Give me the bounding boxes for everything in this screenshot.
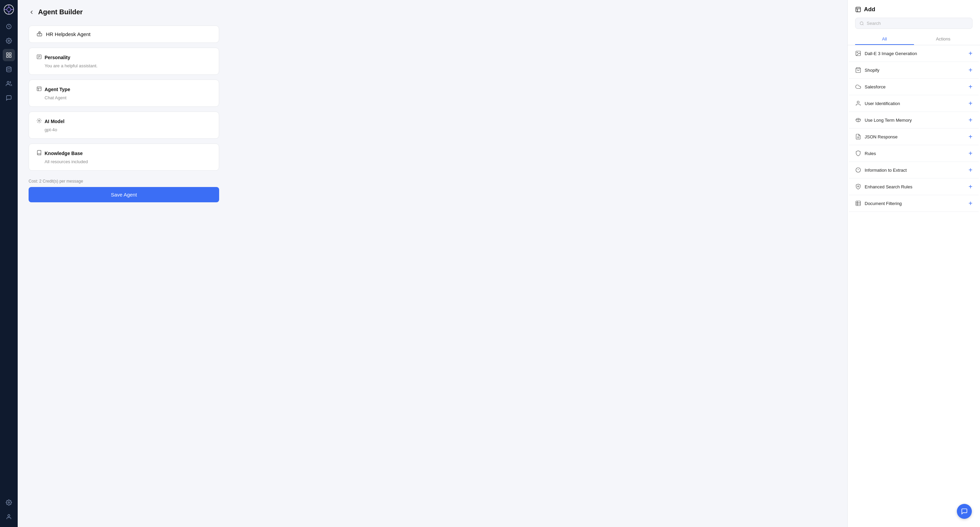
save-agent-button[interactable]: Save Agent — [29, 187, 219, 202]
user-id-label: User Identification — [865, 101, 900, 106]
sidebar — [0, 0, 18, 527]
salesforce-icon — [855, 84, 861, 90]
sidebar-bottom — [3, 497, 15, 523]
info-extract-label: Information to Extract — [865, 168, 907, 173]
knowledge-base-icon — [37, 150, 42, 156]
ai-model-icon — [37, 118, 42, 124]
cost-text: Cost: 2 Credit(s) per message — [29, 179, 219, 184]
list-item-doc-filtering[interactable]: Document Filtering + — [849, 195, 978, 212]
svg-point-7 — [8, 40, 10, 42]
search-box[interactable] — [855, 17, 972, 29]
json-label: JSON Response — [865, 134, 898, 140]
sidebar-item-home[interactable] — [3, 21, 15, 33]
list-item-dalle3[interactable]: Dall-E 3 Image Generation + — [849, 45, 978, 62]
ai-model-title: AI Model — [45, 119, 64, 124]
info-extract-icon — [855, 167, 861, 173]
personality-card[interactable]: Personality You are a helpful assistant. — [29, 48, 219, 75]
json-add-button[interactable]: + — [969, 133, 972, 140]
ai-model-value: gpt-4o — [37, 127, 211, 132]
svg-point-29 — [860, 22, 863, 25]
svg-rect-22 — [37, 87, 41, 91]
doc-filtering-label: Document Filtering — [865, 201, 902, 206]
page-title: Agent Builder — [38, 8, 83, 16]
list-item-rules[interactable]: Rules + — [849, 145, 978, 162]
card-header-agent-type: Agent Type — [37, 86, 211, 92]
svg-rect-9 — [10, 53, 11, 54]
rules-label: Rules — [865, 151, 876, 156]
tab-actions[interactable]: Actions — [914, 34, 973, 45]
enhanced-search-add-button[interactable]: + — [969, 183, 972, 190]
svg-rect-11 — [10, 56, 11, 57]
long-term-memory-add-button[interactable]: + — [969, 117, 972, 124]
agent-type-icon — [37, 86, 42, 92]
agent-name-text: HR Helpdesk Agent — [46, 31, 91, 37]
right-panel: Add All Actions — [847, 0, 980, 527]
agent-icon — [37, 30, 43, 38]
agent-type-card[interactable]: Agent Type Chat Agent — [29, 79, 219, 107]
list-item-enhanced-search[interactable]: Enhanced Search Rules + — [849, 178, 978, 195]
personality-value: You are a helpful assistant. — [37, 63, 211, 68]
sidebar-item-database[interactable] — [3, 63, 15, 76]
items-list: Dall-E 3 Image Generation + Shopify — [848, 45, 980, 527]
personality-title: Personality — [45, 55, 70, 60]
enhanced-search-label: Enhanced Search Rules — [865, 184, 912, 189]
chat-bubble-button[interactable] — [957, 504, 972, 519]
shopify-label: Shopify — [865, 68, 879, 73]
list-item-json-response[interactable]: JSON Response + — [849, 129, 978, 145]
svg-rect-26 — [856, 7, 861, 12]
list-item-user-identification[interactable]: User Identification + — [849, 95, 978, 112]
svg-rect-8 — [6, 53, 8, 54]
add-panel-title: Add — [855, 6, 972, 13]
salesforce-add-button[interactable]: + — [969, 83, 972, 90]
center-panel: Agent Builder HR Helpdesk Agent — [18, 0, 847, 527]
sidebar-item-settings[interactable] — [3, 35, 15, 47]
ai-model-card[interactable]: AI Model gpt-4o — [29, 111, 219, 139]
sidebar-item-grid[interactable] — [3, 49, 15, 61]
tabs-row: All Actions — [855, 34, 972, 45]
personality-icon — [37, 54, 42, 60]
knowledge-base-card[interactable]: Knowledge Base All resources included — [29, 143, 219, 171]
rules-icon — [855, 150, 861, 156]
svg-rect-41 — [856, 201, 861, 206]
list-item-long-term-memory[interactable]: Use Long Term Memory + — [849, 112, 978, 129]
svg-point-31 — [857, 52, 858, 53]
sidebar-item-gear[interactable] — [3, 497, 15, 509]
knowledge-base-value: All resources included — [37, 159, 211, 164]
dalle3-add-button[interactable]: + — [969, 50, 972, 57]
card-header-ai-model: AI Model — [37, 118, 211, 124]
salesforce-label: Salesforce — [865, 84, 885, 89]
agent-name-card[interactable]: HR Helpdesk Agent — [29, 25, 219, 43]
list-item-info-extract[interactable]: Information to Extract + — [849, 162, 978, 178]
back-button[interactable] — [29, 9, 35, 15]
long-term-memory-icon — [855, 117, 861, 123]
list-item-shopify[interactable]: Shopify + — [849, 62, 978, 79]
shopify-icon — [855, 67, 861, 73]
card-header-knowledge-base: Knowledge Base — [37, 150, 211, 156]
info-extract-add-button[interactable]: + — [969, 167, 972, 173]
user-id-add-button[interactable]: + — [969, 100, 972, 107]
svg-rect-10 — [6, 56, 8, 57]
svg-point-25 — [38, 120, 40, 121]
json-icon — [855, 133, 861, 140]
search-icon — [859, 21, 864, 26]
sidebar-item-messages[interactable] — [3, 92, 15, 104]
shopify-add-button[interactable]: + — [969, 67, 972, 73]
user-id-icon — [855, 100, 861, 106]
svg-point-15 — [8, 514, 10, 516]
footer-area: Cost: 2 Credit(s) per message Save Agent — [29, 179, 219, 202]
svg-point-17 — [39, 32, 40, 33]
app-logo[interactable] — [3, 4, 14, 15]
sidebar-item-users[interactable] — [3, 78, 15, 90]
page-header: Agent Builder — [29, 8, 837, 16]
main-content: Agent Builder HR Helpdesk Agent — [18, 0, 980, 527]
sidebar-item-user-profile[interactable] — [3, 511, 15, 523]
list-item-salesforce[interactable]: Salesforce + — [849, 79, 978, 95]
dalle3-label: Dall-E 3 Image Generation — [865, 51, 917, 56]
svg-point-13 — [7, 81, 9, 83]
right-panel-header: Add All Actions — [848, 0, 980, 45]
rules-add-button[interactable]: + — [969, 150, 972, 157]
doc-filtering-add-button[interactable]: + — [969, 200, 972, 207]
enhanced-search-icon — [855, 184, 861, 190]
tab-all[interactable]: All — [855, 34, 914, 45]
search-input[interactable] — [867, 21, 968, 26]
